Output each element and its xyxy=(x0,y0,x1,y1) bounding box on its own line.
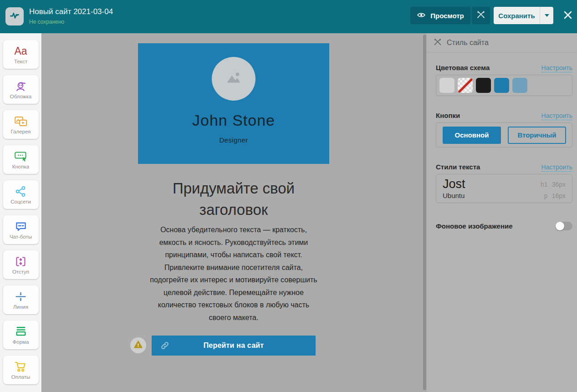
button-icon xyxy=(14,150,28,163)
chat-bubble-icon xyxy=(15,220,27,233)
text-icon: Aa xyxy=(14,45,27,57)
sidebar-item-label: Соцсети xyxy=(10,199,31,204)
save-split-button: Сохранить xyxy=(494,7,553,24)
color-swatch-box xyxy=(436,75,572,96)
pulse-icon xyxy=(9,10,20,23)
text-styles-box[interactable]: Jost Ubuntu h136px p16px xyxy=(436,174,572,203)
cover-block[interactable]: John Stone Designer xyxy=(138,43,329,164)
color-swatch[interactable] xyxy=(494,78,509,93)
crossed-tools-icon xyxy=(433,37,442,48)
sidebar-item-label: Линия xyxy=(13,304,28,310)
toolbox-sidebar: Aa Текст Обложка xyxy=(0,33,42,392)
save-status: Не сохранено xyxy=(29,19,64,25)
color-swatch[interactable] xyxy=(439,78,454,93)
form-icon xyxy=(15,326,27,338)
buttons-row: Кнопки Настроить xyxy=(436,112,572,120)
sidebar-item-label: Форма xyxy=(13,339,29,345)
cover-name[interactable]: John Stone xyxy=(138,112,329,129)
close-button[interactable] xyxy=(562,10,574,22)
gallery-icon xyxy=(14,115,28,127)
site-style-button[interactable] xyxy=(472,7,490,24)
warning-badge[interactable] xyxy=(130,337,146,353)
social-share-icon xyxy=(15,185,27,198)
h1-tag: h1 xyxy=(541,181,548,188)
toggle-knob xyxy=(556,222,564,230)
text-styles-label: Стили текста xyxy=(436,163,480,171)
cover-role[interactable]: Designer xyxy=(138,136,329,144)
cover-icon xyxy=(15,80,27,92)
sidebar-item-label: Оплаты xyxy=(11,374,31,380)
background-image-row: Фоновое изображение xyxy=(436,222,572,230)
heading-block[interactable]: Придумайте свой заголовок xyxy=(161,178,306,220)
configure-buttons-link[interactable]: Настроить xyxy=(541,112,572,120)
sidebar-item-line[interactable]: Линия xyxy=(3,285,39,314)
link-icon xyxy=(160,341,170,352)
button-styles-box: Основной Вторичный xyxy=(436,122,572,148)
save-dropdown-button[interactable] xyxy=(540,7,553,24)
sidebar-item-payments[interactable]: Оплаты xyxy=(3,356,39,384)
panel-header: Стиль сайта xyxy=(427,33,577,52)
configure-colors-link[interactable]: Настроить xyxy=(541,64,572,72)
site-builder-app: Новый сайт 2021-03-04 Не сохранено Просм… xyxy=(0,0,577,392)
p-size: 16px xyxy=(552,192,566,199)
save-button[interactable]: Сохранить xyxy=(494,7,540,24)
color-scheme-row: Цветовая схема Настроить xyxy=(436,64,572,72)
sidebar-item-label: Обложка xyxy=(10,94,32,99)
eye-icon xyxy=(417,10,426,21)
preview-label: Просмотр xyxy=(430,12,464,20)
color-swatch-transparent[interactable] xyxy=(458,78,473,93)
sidebar-item-chatbots[interactable]: Чат-боты xyxy=(3,215,39,244)
sidebar-item-button[interactable]: Кнопка xyxy=(3,145,39,174)
avatar[interactable] xyxy=(212,57,255,101)
secondary-button-style[interactable]: Вторичный xyxy=(508,127,566,144)
site-style-panel: Стиль сайта Цветовая схема Настроить Кно… xyxy=(427,33,577,392)
sidebar-item-text[interactable]: Aa Текст xyxy=(3,40,39,69)
close-icon xyxy=(562,10,573,22)
canvas-scrollbar[interactable] xyxy=(423,35,426,390)
text-styles-row: Стили текста Настроить xyxy=(436,163,572,172)
color-swatch[interactable] xyxy=(476,78,491,93)
h1-size-info: h136px xyxy=(541,181,566,188)
header-bar: Новый сайт 2021-03-04 Не сохранено Просм… xyxy=(0,0,577,33)
p-tag: p xyxy=(544,192,548,199)
sidebar-item-label: Чат-боты xyxy=(10,234,32,239)
sidebar-item-social[interactable]: Соцсети xyxy=(3,180,39,209)
go-to-site-button[interactable]: Перейти на сайт xyxy=(152,336,316,356)
sidebar-item-form[interactable]: Форма xyxy=(3,321,39,349)
cart-icon xyxy=(14,361,27,373)
background-image-toggle[interactable] xyxy=(556,222,572,230)
buttons-label: Кнопки xyxy=(436,112,460,119)
color-swatch[interactable] xyxy=(512,78,527,93)
image-placeholder-icon xyxy=(223,67,244,90)
configure-text-link[interactable]: Настроить xyxy=(541,163,572,172)
chevron-down-icon xyxy=(545,14,549,17)
warning-icon xyxy=(133,340,143,351)
background-image-label: Фоновое изображение xyxy=(436,222,513,230)
color-scheme-label: Цветовая схема xyxy=(436,64,490,71)
p-size-info: p16px xyxy=(544,192,566,199)
app-logo xyxy=(5,7,24,25)
preview-button[interactable]: Просмотр xyxy=(410,7,470,24)
crossed-tools-icon xyxy=(476,10,486,21)
sidebar-item-label: Галерея xyxy=(10,129,31,134)
primary-button-style[interactable]: Основной xyxy=(443,127,501,144)
panel-title: Стиль сайта xyxy=(447,39,489,47)
sidebar-item-label: Кнопка xyxy=(12,164,29,169)
paragraph-block[interactable]: Основа убедительного текста — краткость,… xyxy=(150,224,317,324)
sidebar-item-spacing[interactable]: Отступ xyxy=(3,250,39,279)
sidebar-item-gallery[interactable]: Галерея xyxy=(3,110,39,139)
sidebar-item-cover[interactable]: Обложка xyxy=(3,75,39,104)
line-divider-icon xyxy=(15,290,27,303)
sidebar-item-label: Отступ xyxy=(12,269,29,275)
save-label: Сохранить xyxy=(498,12,535,20)
site-title: Новый сайт 2021-03-04 xyxy=(29,7,113,16)
spacing-icon xyxy=(15,255,27,268)
h1-size: 36px xyxy=(552,181,566,188)
go-to-site-label: Перейти на сайт xyxy=(204,341,264,350)
sidebar-item-label: Текст xyxy=(14,59,27,64)
